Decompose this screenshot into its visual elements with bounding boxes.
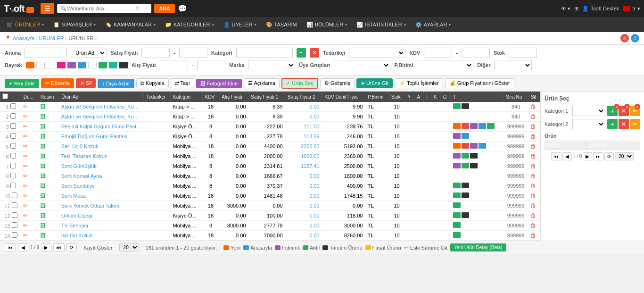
kategori1-select[interactable] bbox=[572, 106, 605, 116]
select-all-checkbox[interactable] bbox=[2, 93, 8, 99]
flag-teal[interactable] bbox=[109, 62, 117, 68]
row-checkbox[interactable] bbox=[10, 143, 16, 149]
td-urun-adi[interactable]: Sarı Üçlü Koltuk bbox=[59, 142, 144, 151]
lang-menu[interactable]: tr ▾ bbox=[623, 6, 640, 12]
nav-item-ayarlar[interactable]: ⚙️ AYARLAR▾ bbox=[411, 17, 456, 32]
delete-icon[interactable]: 🗑 bbox=[530, 212, 536, 219]
td-urun-adi[interactable]: Sorti Yemek Odası Takımı bbox=[59, 201, 144, 211]
row-checkbox[interactable] bbox=[10, 123, 16, 129]
kdv-min[interactable] bbox=[424, 48, 452, 58]
urun-adi-select[interactable]: Ürün Adı bbox=[71, 48, 107, 58]
per-page-select[interactable]: 20 bbox=[119, 243, 139, 251]
sidebar-per-page-select[interactable]: 20 bbox=[615, 152, 634, 160]
image-icon[interactable]: 🖼 bbox=[40, 232, 46, 239]
flag-empty1[interactable] bbox=[36, 62, 45, 68]
hamburger-button[interactable]: ☰ bbox=[41, 3, 54, 14]
kdv-max[interactable] bbox=[462, 48, 490, 58]
td-urun-adi[interactable]: Tekli Tasarım Koltuk bbox=[59, 151, 144, 161]
flag-empty2[interactable] bbox=[47, 62, 55, 68]
row-checkbox[interactable] bbox=[10, 153, 16, 159]
sidebar-prev-btn[interactable]: ◀ bbox=[562, 152, 572, 160]
image-icon[interactable]: 🖼 bbox=[40, 163, 46, 169]
sidebar-last-btn[interactable]: ⏭ bbox=[593, 152, 603, 160]
kategori2-edit-btn[interactable]: ✏ bbox=[630, 119, 640, 129]
edit-icon[interactable]: ✏ bbox=[23, 193, 28, 199]
row-checkbox[interactable] bbox=[12, 232, 17, 238]
grup-fiyatlari-button[interactable]: 💰 Grup Fiyatlarını Göster bbox=[445, 78, 514, 88]
edit-icon[interactable]: ✏ bbox=[23, 153, 28, 159]
nav-item-uyeler[interactable]: 👤 ÜYELER▾ bbox=[219, 17, 261, 32]
sil-button[interactable]: ✕ Sil bbox=[76, 78, 96, 88]
uye-gruplari-select[interactable] bbox=[334, 60, 390, 70]
next-page-btn[interactable]: ▶ bbox=[41, 243, 51, 251]
image-icon[interactable]: 🖼 bbox=[40, 212, 46, 219]
kategori2-add-btn[interactable]: + bbox=[607, 119, 618, 129]
td-urun-adi[interactable]: Sorti Gümüşlük bbox=[59, 161, 144, 171]
nav-item-istatistikler[interactable]: 📈 İSTATİSTİKLER▾ bbox=[352, 17, 410, 32]
image-icon[interactable]: 🖼 bbox=[40, 202, 46, 209]
search-input[interactable] bbox=[67, 6, 133, 11]
nav-item-kampanyalar[interactable]: 🏷️ KAMPANYALAR▾ bbox=[100, 17, 160, 32]
edit-icon[interactable]: ✏ bbox=[23, 163, 28, 169]
refresh-btn[interactable]: ⟳ bbox=[66, 243, 77, 251]
nav-item-bolumler[interactable]: 📊 BÖLÜMLER▾ bbox=[302, 17, 352, 32]
edit-icon[interactable]: ✏ bbox=[23, 143, 28, 150]
nav-item-kategoriler[interactable]: 📁 KATEGORİLER▾ bbox=[160, 17, 218, 32]
delete-icon[interactable]: 🗑 bbox=[530, 173, 536, 179]
delete-icon[interactable]: 🗑 bbox=[530, 113, 536, 120]
edit-icon[interactable]: ✏ bbox=[23, 113, 28, 120]
td-urun-adi[interactable]: Aşkın ve Sevginin Felsefesi_Kopy... bbox=[59, 112, 144, 122]
kategori2-select[interactable] bbox=[572, 119, 605, 129]
yeni-ekle-button[interactable]: + Yeni Ekle bbox=[5, 79, 39, 88]
delete-icon[interactable]: 🗑 bbox=[530, 133, 536, 140]
delete-icon[interactable]: 🗑 bbox=[530, 232, 536, 239]
kategori2-del-btn[interactable]: ✕ bbox=[619, 119, 629, 129]
breadcrumb-info-btn[interactable]: i bbox=[631, 34, 639, 42]
delete-icon[interactable]: 🗑 bbox=[530, 163, 536, 169]
fotograf-ekle-button[interactable]: 🖼 Fotoğraf Ekle bbox=[196, 79, 242, 88]
td-urun-adi[interactable]: Resimli Kalpli Doğum Günü Past... bbox=[59, 122, 144, 132]
td-urun-adi[interactable]: Sorti Konsol Ayna bbox=[59, 171, 144, 181]
delete-icon[interactable]: 🗑 bbox=[530, 183, 536, 189]
last-page-btn[interactable]: ⏭ bbox=[53, 243, 65, 251]
toplu-islemler-button[interactable]: ⚡ Toplu İşlemler bbox=[395, 78, 443, 88]
p-birimi-select[interactable] bbox=[417, 60, 473, 70]
aciklama-button[interactable]: ☰ Açıklama bbox=[244, 78, 280, 88]
flag-blue[interactable] bbox=[78, 62, 86, 68]
row-checkbox[interactable] bbox=[10, 173, 16, 178]
image-icon[interactable]: 🖼 bbox=[40, 113, 46, 120]
arama-input[interactable] bbox=[25, 48, 67, 58]
edit-icon[interactable]: ✏ bbox=[23, 212, 28, 219]
sidebar-next-btn[interactable]: ▶ bbox=[583, 152, 592, 160]
tedarikci-select[interactable] bbox=[349, 48, 405, 58]
edit-icon[interactable]: ✏ bbox=[23, 103, 28, 110]
apps-menu[interactable]: ⊞ bbox=[574, 6, 578, 12]
stok-input[interactable] bbox=[509, 48, 537, 58]
breadcrumb-urunler1[interactable]: ÜRÜNLER bbox=[39, 35, 64, 41]
breadcrumb-close-btn[interactable]: ✕ bbox=[620, 34, 629, 42]
row-checkbox[interactable] bbox=[12, 222, 17, 228]
sidebar-first-btn[interactable]: ⏮ bbox=[551, 152, 561, 160]
nav-item-tasarim[interactable]: 🎨 TASARIM bbox=[261, 17, 302, 32]
sidebar-refresh-btn[interactable]: ⟳ bbox=[604, 152, 614, 160]
td-urun-adi[interactable]: İkili Gri Koltuk bbox=[59, 231, 144, 241]
prev-page-btn[interactable]: ◀ bbox=[18, 243, 28, 251]
edit-icon[interactable]: ✏ bbox=[23, 123, 28, 130]
flag-purple[interactable] bbox=[67, 62, 76, 68]
row-checkbox[interactable] bbox=[10, 183, 16, 188]
td-urun-adi[interactable]: Sorti Masa bbox=[59, 191, 144, 201]
row-checkbox[interactable] bbox=[12, 212, 17, 218]
kopyala-button[interactable]: ⧉ Kopyala bbox=[136, 78, 169, 88]
image-icon[interactable]: 🖼 bbox=[40, 193, 46, 199]
delete-icon[interactable]: 🗑 bbox=[530, 143, 536, 150]
row-checkbox[interactable] bbox=[10, 163, 16, 168]
breadcrumb-anasayfa[interactable]: Anasayfa bbox=[13, 35, 34, 41]
first-page-btn[interactable]: ⏮ bbox=[5, 243, 16, 251]
flag-orange[interactable] bbox=[26, 62, 34, 68]
flag-green[interactable] bbox=[99, 62, 107, 68]
delete-icon[interactable]: 🗑 bbox=[530, 123, 536, 130]
beta-btn[interactable]: Yeni Ürün Detay (Beta) bbox=[450, 243, 506, 251]
flag-empty3[interactable] bbox=[88, 62, 97, 68]
edit-icon[interactable]: ✏ bbox=[23, 173, 28, 179]
row-checkbox[interactable] bbox=[10, 133, 16, 139]
